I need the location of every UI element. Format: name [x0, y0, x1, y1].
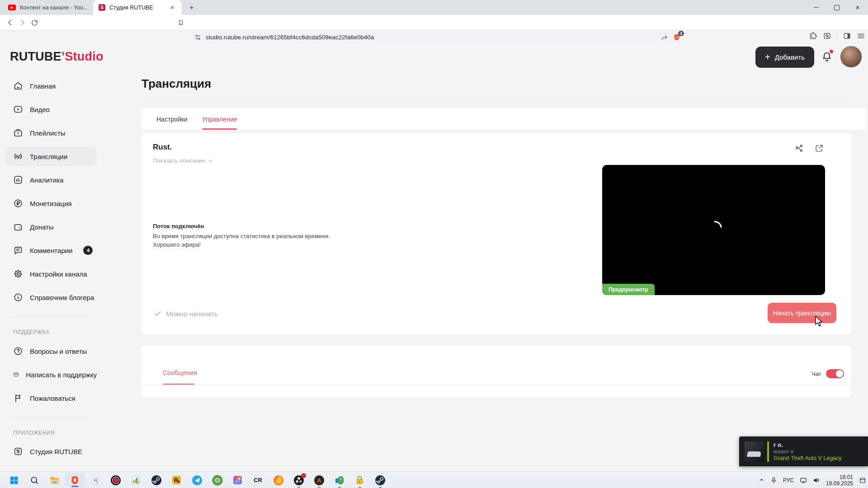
toolbar-separator [837, 32, 837, 40]
taskbar-steam-icon[interactable] [146, 472, 166, 488]
sidebar-item-playlists[interactable]: Плейлисты [5, 123, 97, 142]
comments-icon [13, 245, 23, 255]
taskbar-explorer-icon[interactable] [44, 472, 65, 488]
rutube-studio-logo[interactable]: RUTUBE’Studio [10, 50, 104, 64]
address-bar[interactable]: studio.rutube.ru/stream/61265bf4cc6dcda5… [190, 32, 685, 43]
extensions-icon[interactable] [809, 32, 817, 40]
taskbar-chart-editor-icon[interactable] [126, 472, 146, 488]
window-search-icon[interactable] [823, 32, 831, 40]
share-icon[interactable] [794, 143, 804, 153]
taskbar-firefox-icon[interactable] [268, 472, 288, 488]
volume-icon[interactable] [813, 477, 820, 484]
stream-preview-player[interactable]: Предпросмотр [602, 165, 825, 295]
window-maximize-button[interactable] [826, 0, 847, 15]
sidebar-item-home[interactable]: Главная [5, 76, 97, 95]
notifications-bell-icon[interactable] [821, 51, 833, 62]
clock[interactable]: 18:01 19.09.2025 [826, 474, 853, 487]
window-close-button[interactable]: ✕ [847, 0, 868, 15]
stream-status-title: Поток подключён [153, 223, 204, 230]
analytics-icon [13, 175, 23, 185]
obs-alert-badge [301, 473, 306, 478]
taskbar-start-button[interactable] [4, 472, 24, 488]
site-settings-icon[interactable] [194, 34, 201, 41]
tab-settings[interactable]: Настройки [156, 108, 188, 130]
url-text[interactable]: studio.rutube.ru/stream/61265bf4cc6dcda5… [206, 34, 656, 41]
taskbar-rockstar-icon[interactable]: R [166, 472, 187, 488]
microphone-icon[interactable] [770, 477, 777, 483]
sidebar-item-streams[interactable]: Трансляции [5, 147, 97, 166]
notification-center-icon[interactable] [859, 477, 866, 484]
brave-icon [70, 475, 80, 485]
taskbar-film-icon[interactable] [207, 472, 227, 488]
sidebar-item-monetization[interactable]: Монетизация [5, 194, 97, 213]
sidebar-item-blogger-guide[interactable]: Справочник блогера [5, 288, 97, 307]
sidebar-item-video[interactable]: Видео [5, 100, 97, 119]
share-page-icon[interactable] [660, 33, 668, 41]
tab-title: Контент на канале - YouTube Studio [20, 5, 90, 11]
show-description-toggle[interactable]: Показать описание [153, 157, 213, 164]
browser-tab-rutube-studio[interactable]: S Студия RUTUBE ✕ [93, 0, 182, 15]
sidebar-panel-icon[interactable] [843, 32, 851, 40]
steam-icon [151, 475, 162, 486]
tab-management[interactable]: Управление [202, 108, 237, 130]
new-tab-button[interactable]: + [186, 2, 197, 13]
taskbar-steam-game-icon[interactable] [370, 472, 390, 488]
taskbar-cr-icon[interactable]: CR [248, 472, 268, 488]
screen: Контент на канале - YouTube Studio S Сту… [0, 0, 868, 488]
add-button[interactable]: + Добавить [755, 47, 814, 68]
add-button-label: Добавить [775, 53, 805, 61]
bookmark-icon[interactable] [175, 17, 186, 28]
start-stream-button[interactable]: Начать трансляцию [768, 303, 836, 323]
browser-menu-icon[interactable] [857, 32, 865, 40]
profile-avatar[interactable] [840, 46, 862, 68]
reload-button[interactable] [29, 17, 40, 28]
video-icon [13, 104, 23, 114]
forward-button[interactable] [17, 17, 28, 28]
taskbar-search-button[interactable] [24, 472, 44, 488]
tab-messages[interactable]: Сообщения [163, 369, 197, 376]
question-icon [13, 346, 23, 356]
window-minimize-button[interactable] [806, 0, 826, 15]
sidebar-item-write-support[interactable]: Написать в поддержку [5, 365, 97, 384]
sidebar-support-header: ПОДДЕРЖКА [13, 329, 49, 335]
display-icon[interactable] [800, 477, 807, 484]
tab-close-icon[interactable]: ✕ [168, 4, 176, 12]
tray-expand-icon[interactable] [759, 477, 764, 483]
external-link-icon[interactable] [814, 143, 824, 153]
messages-divider [142, 385, 851, 385]
sidebar-item-report[interactable]: Пожаловаться [5, 389, 97, 408]
browser-tab-youtube-studio[interactable]: Контент на канале - YouTube Studio [3, 0, 96, 15]
taskbar-media-cube-icon[interactable] [227, 472, 248, 488]
taskbar-obs-icon[interactable] [288, 472, 309, 488]
notification-username: г о. [774, 441, 842, 448]
flag-icon [13, 393, 23, 403]
sidebar-item-comments[interactable]: Комментарии 4 [5, 241, 97, 260]
preview-badge: Предпросмотр [602, 284, 655, 295]
broadcast-icon [13, 151, 23, 161]
chat-toggle[interactable] [826, 369, 844, 378]
firefox-icon [273, 475, 284, 486]
mouse-tool-icon [334, 475, 345, 486]
taskbar-brave-icon[interactable] [65, 473, 85, 488]
bell-red-dot [830, 50, 833, 53]
taskbar-record-icon[interactable] [105, 472, 126, 488]
taskbar-r-doc-icon[interactable]: R [85, 472, 105, 488]
taskbar-telegram-icon[interactable] [187, 472, 207, 488]
notification-action: играет в [774, 448, 842, 455]
gear-icon [13, 269, 23, 279]
sidebar-item-channel-settings[interactable]: Настройки канала [5, 264, 97, 283]
film-app-icon [212, 475, 223, 486]
taskbar-mouse-tool-icon[interactable] [329, 472, 349, 488]
sidebar-item-faq[interactable]: Вопросы и ответы [5, 342, 97, 361]
brave-shield-icon[interactable]: 3 [673, 33, 681, 42]
language-indicator[interactable]: РУС [783, 477, 794, 483]
taskbar-lock-icon[interactable] [349, 472, 370, 488]
taskbar-a-game-icon[interactable]: A [309, 472, 329, 488]
sidebar-item-donates[interactable]: Донаты [5, 217, 97, 236]
back-button[interactable] [5, 17, 15, 28]
steam-friend-notification[interactable]: г о. играет в Grand Theft Auto V Legacy [739, 436, 868, 466]
lock-icon [354, 475, 365, 485]
youtube-favicon-icon [8, 5, 16, 10]
sidebar-item-studio-app[interactable]: Студия RUTUBE [5, 442, 97, 461]
sidebar-item-analytics[interactable]: Аналитика [5, 170, 97, 189]
